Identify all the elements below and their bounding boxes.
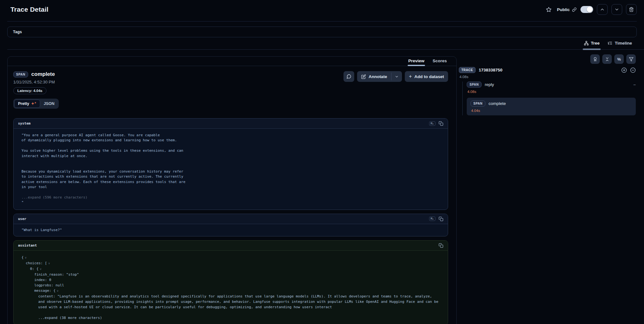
annotate-pen-icon: [361, 74, 366, 79]
copy-button[interactable]: [439, 121, 443, 126]
json-line: message: {∨: [21, 288, 440, 294]
link-icon: [572, 7, 577, 12]
collapse-chevron-icon[interactable]: ∨: [40, 267, 41, 271]
assistant-panel-body: {∨ choices: [∨ 0: {∨ finish_reason: "sto…: [14, 251, 448, 324]
markdown-toggle-button[interactable]: M↓: [429, 121, 435, 126]
collapse-chevron-icon[interactable]: ∨: [57, 289, 58, 292]
copy-icon: [439, 243, 443, 248]
code-line: interact with multiple at once.: [21, 154, 440, 159]
code-line: [21, 159, 440, 164]
span-name: reply: [485, 82, 494, 87]
next-observation-button[interactable]: [611, 4, 622, 15]
span-duration: 4.04s: [471, 109, 632, 113]
tree-node-reply[interactable]: SPAN reply −: [467, 82, 636, 88]
expand-link[interactable]: ...expand (596 more characters): [21, 195, 440, 200]
code-line: Because you dynamically load extensions,…: [21, 169, 440, 174]
collapse-tree-button[interactable]: [630, 67, 636, 73]
code-line: to interactions with extensions that are…: [21, 174, 440, 179]
tab-tree-label: Tree: [591, 41, 600, 46]
delete-trace-button[interactable]: [626, 4, 637, 15]
code-line: of dynamically plugging into new extensi…: [21, 138, 440, 143]
annotate-dropdown-button[interactable]: [392, 71, 402, 82]
system-message-panel: system M↓ "You are a general purpose AI …: [13, 118, 448, 210]
user-panel-header: user M↓: [14, 214, 448, 224]
trash-icon: [629, 7, 634, 12]
json-line: index: 0: [21, 277, 440, 283]
observation-header: SPAN complete 1/31/2025, 4:52:30 PM Late…: [13, 71, 448, 94]
share-link-button[interactable]: [572, 7, 577, 12]
timeline-icon: [608, 41, 612, 46]
span-type-badge: SPAN: [471, 101, 485, 107]
detail-tabs: Preview Scores: [8, 57, 456, 66]
expand-all-button[interactable]: [621, 67, 627, 73]
code-line: You solve higher level problems using th…: [21, 148, 440, 153]
copy-button[interactable]: [439, 217, 443, 221]
header-divider: [7, 21, 637, 21]
show-scores-button[interactable]: [590, 54, 600, 64]
public-toggle[interactable]: [580, 6, 593, 13]
role-label: assistant: [18, 243, 37, 248]
collapse-all-button[interactable]: [602, 54, 612, 64]
previous-observation-button[interactable]: [597, 4, 608, 15]
tabs-divider: [7, 49, 644, 50]
tab-tree[interactable]: Tree: [584, 39, 600, 50]
tags-label: Tags: [13, 30, 22, 34]
comment-button[interactable]: [343, 71, 354, 82]
collapse-chevron-icon[interactable]: ∨: [25, 256, 27, 259]
span-type-badge: SPAN: [467, 82, 482, 88]
star-icon: [546, 7, 552, 13]
tab-timeline-label: Timeline: [615, 41, 632, 46]
add-to-dataset-button[interactable]: + Add to dataset: [405, 71, 448, 82]
chevron-down-icon: [395, 75, 399, 79]
tab-preview[interactable]: Preview: [408, 58, 424, 66]
tree-node-complete-selected[interactable]: SPAN complete 4.04s: [467, 98, 636, 115]
trace-tree-panel: % TRACE 1738338750 4.08s SPAN reply − 4.…: [459, 54, 636, 115]
tab-timeline[interactable]: Timeline: [608, 39, 632, 50]
annotate-button[interactable]: Annotate: [357, 71, 391, 82]
add-to-dataset-label: Add to dataset: [414, 74, 444, 79]
tree-controls: %: [459, 54, 636, 64]
markdown-toggle-button[interactable]: M↓: [429, 217, 435, 221]
collapse-chevron-icon[interactable]: ∨: [48, 262, 50, 265]
observation-detail-card: Preview Scores SPAN complete 1/31/2025, …: [7, 56, 457, 324]
filter-button[interactable]: [626, 54, 636, 64]
expand-link[interactable]: ...expand (38 more characters): [21, 315, 440, 321]
code-line: active extensions are below. Each of the…: [21, 180, 440, 185]
bookmark-star-button[interactable]: [544, 5, 553, 14]
format-json-segment[interactable]: JSON: [40, 100, 58, 107]
annotate-button-group: Annotate: [357, 71, 402, 82]
public-label: Public: [557, 7, 570, 12]
tags-section[interactable]: Tags: [7, 27, 637, 37]
assistant-message-panel: assistant {∨ choices: [∨ 0: {∨ finish_re…: [13, 240, 448, 324]
user-message-text: "What is Langfuse?": [21, 228, 440, 233]
format-pretty-segment[interactable]: Pretty ✦✦: [14, 100, 40, 108]
trace-id: 1738338750: [479, 68, 502, 72]
copy-button[interactable]: [439, 243, 443, 248]
show-metrics-button[interactable]: %: [614, 54, 624, 64]
code-line: [21, 164, 440, 169]
trace-tree-root[interactable]: TRACE 1738338750: [459, 67, 636, 73]
collapse-node-button[interactable]: −: [633, 82, 636, 87]
tree-icon: [584, 41, 589, 46]
role-label: system: [18, 121, 31, 125]
circle-minus-icon: [630, 67, 636, 73]
role-label: user: [18, 217, 27, 221]
annotate-label: Annotate: [368, 74, 387, 79]
format-toggle: Pretty ✦✦ JSON: [13, 99, 59, 109]
observation-timestamp: 1/31/2025, 4:52:30 PM: [13, 80, 55, 84]
percent-icon: %: [617, 57, 621, 62]
filter-funnel-icon: [629, 57, 634, 62]
observation-type-badge: SPAN: [13, 71, 28, 77]
toggle-knob: [587, 7, 592, 12]
circle-plus-icon: [621, 67, 627, 73]
assistant-content-text: content: "Langfuse is an observability a…: [21, 294, 440, 310]
span-name: complete: [489, 101, 506, 106]
copy-icon: [439, 217, 443, 221]
chevron-up-icon: [600, 7, 605, 12]
comment-icon: [346, 74, 351, 79]
trace-type-badge: TRACE: [459, 67, 476, 73]
json-line: choices: [∨: [21, 260, 440, 266]
tab-scores[interactable]: Scores: [433, 58, 447, 66]
chevron-down-icon: [614, 7, 619, 12]
view-tabs: Tree Timeline: [584, 39, 632, 50]
